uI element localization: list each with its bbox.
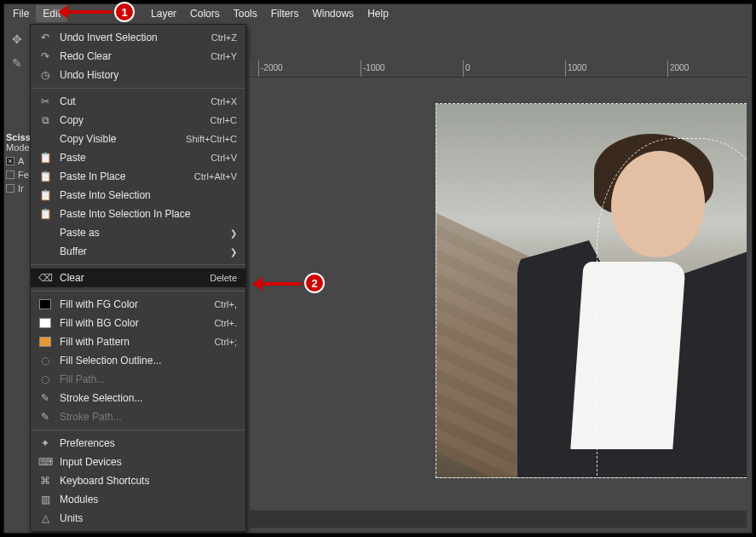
annotation-marker-2: 2 <box>304 273 325 293</box>
canvas[interactable] <box>250 78 747 509</box>
ruler-label: -1000 <box>363 63 385 72</box>
menu-label: Preferences <box>60 437 237 449</box>
outline-icon: ◌ <box>38 372 53 386</box>
menu-item-paste-as[interactable]: Paste as❯ <box>31 223 245 242</box>
menu-item-stroke-path: ✎Stroke Path... <box>31 407 245 426</box>
history-icon: ◷ <box>38 68 53 82</box>
ruler-label: -2000 <box>261 63 283 72</box>
menu-item-paste-into-selection-in-place[interactable]: 📋Paste Into Selection In Place <box>31 205 245 223</box>
menu-label: Paste as <box>60 227 230 239</box>
menu-label: Fill with FG Color <box>60 298 214 310</box>
edit-dropdown: ↶Undo Invert SelectionCtrl+Z↷Redo ClearC… <box>30 24 246 532</box>
menu-item-copy[interactable]: ⧉CopyCtrl+C <box>31 111 245 130</box>
paste-icon: 📋 <box>38 207 53 221</box>
menu-label: Clear <box>60 272 210 284</box>
menu-label: Input Devices <box>60 456 237 468</box>
menu-item-fill-with-pattern[interactable]: Fill with PatternCtrl+; <box>31 332 245 351</box>
image[interactable] <box>436 103 747 478</box>
menu-label: Fill with Pattern <box>60 336 214 348</box>
statusbar <box>250 511 747 528</box>
menu-shortcut: Ctrl+, <box>214 299 237 309</box>
menu-colors[interactable]: Colors <box>183 5 227 22</box>
menu-shortcut: Shift+Ctrl+C <box>186 134 237 144</box>
paste-icon: 📋 <box>38 151 53 165</box>
menu-help[interactable]: Help <box>361 5 395 22</box>
menu-item-fill-with-bg-color[interactable]: Fill with BG ColorCtrl+. <box>31 314 245 332</box>
menu-item-undo-history[interactable]: ◷Undo History <box>31 66 245 84</box>
menu-shortcut: Ctrl+X <box>211 96 237 107</box>
ruler-tick <box>361 61 361 78</box>
menu-label: Stroke Path... <box>60 411 237 423</box>
menu-item-undo-invert-selection[interactable]: ↶Undo Invert SelectionCtrl+Z <box>31 28 245 47</box>
menu-label: Redo Clear <box>60 50 211 62</box>
opt-fe: Fe <box>18 170 29 180</box>
menu-label: Fill Path... <box>60 373 237 385</box>
annotation-marker-1: 1 <box>114 2 135 22</box>
menu-label: Fill with BG Color <box>60 317 214 329</box>
menu-layer[interactable]: Layer <box>144 5 183 22</box>
units-icon: △ <box>38 511 53 525</box>
menu-shortcut: Ctrl+. <box>214 318 237 328</box>
chevron-right-icon: ❯ <box>230 228 237 238</box>
menu-label: Fill Selection Outline... <box>60 355 237 367</box>
menu-tools[interactable]: Tools <box>227 5 264 22</box>
menu-item-preferences[interactable]: ✦Preferences <box>31 434 245 453</box>
menu-label: Paste Into Selection <box>60 189 237 201</box>
menu-label: Paste In Place <box>60 170 194 182</box>
close-icon[interactable]: × <box>6 157 14 165</box>
menu-item-paste-into-selection[interactable]: 📋Paste Into Selection <box>31 186 245 205</box>
blank-icon <box>38 226 53 240</box>
menu-label: Undo Invert Selection <box>60 32 211 43</box>
menu-item-fill-with-fg-color[interactable]: Fill with FG ColorCtrl+, <box>31 295 245 314</box>
menu-item-copy-visible[interactable]: Copy VisibleShift+Ctrl+C <box>31 130 245 148</box>
keys-icon: ⌘ <box>38 474 53 488</box>
opt-ir: Ir <box>18 183 24 193</box>
input-icon: ⌨ <box>38 455 53 469</box>
undo-icon: ↶ <box>38 31 53 44</box>
panel-title: Sciss <box>6 132 30 142</box>
blank-icon <box>38 132 53 146</box>
menu-item-redo-clear[interactable]: ↷Redo ClearCtrl+Y <box>31 47 245 66</box>
menu-shortcut: Ctrl+V <box>211 153 237 163</box>
menu-label: Stroke Selection... <box>60 392 237 404</box>
menu-item-units[interactable]: △Units <box>31 509 245 528</box>
annotation-arrow-1 <box>60 10 113 14</box>
menu-shortcut: Ctrl+Alt+V <box>194 171 237 182</box>
menu-item-keyboard-shortcuts[interactable]: ⌘Keyboard Shortcuts <box>31 471 245 490</box>
menu-item-paste[interactable]: 📋PasteCtrl+V <box>31 148 245 167</box>
sw-black-icon <box>38 297 53 311</box>
cut-icon: ✂ <box>38 95 53 108</box>
copy-icon: ⧉ <box>38 113 53 127</box>
ruler-tick <box>463 61 464 78</box>
menu-label: Buffer <box>60 245 230 257</box>
menu-item-input-devices[interactable]: ⌨Input Devices <box>31 453 245 471</box>
chevron-right-icon: ❯ <box>230 247 237 257</box>
menu-filters[interactable]: Filters <box>264 5 306 22</box>
move-tool-icon[interactable]: ✥ <box>6 28 28 50</box>
menu-item-buffer[interactable]: Buffer❯ <box>31 242 245 261</box>
toolbox: ✥ ✎ <box>4 26 30 76</box>
mods-icon: ▥ <box>38 493 53 506</box>
menu-item-paste-in-place[interactable]: 📋Paste In PlaceCtrl+Alt+V <box>31 167 245 186</box>
mode-label: Mode <box>6 142 30 153</box>
sw-pat-icon <box>38 335 53 349</box>
menu-item-modules[interactable]: ▥Modules <box>31 490 245 509</box>
checkbox-icon[interactable] <box>6 170 14 179</box>
menu-shortcut: Ctrl+Z <box>211 32 237 43</box>
menu-item-clear[interactable]: ⌫ClearDelete <box>31 268 245 287</box>
sw-white-icon <box>38 316 53 330</box>
menu-item-stroke-selection[interactable]: ✎Stroke Selection... <box>31 389 245 407</box>
menu-label: Copy Visible <box>60 133 186 145</box>
menu-shortcut: Ctrl+Y <box>211 51 237 61</box>
ruler-tick <box>667 61 668 78</box>
menu-label: Paste <box>60 152 211 164</box>
menu-label: Modules <box>60 494 237 505</box>
ruler-horizontal: -2000-10000100020003000 <box>250 61 747 78</box>
menu-item-cut[interactable]: ✂CutCtrl+X <box>31 92 245 111</box>
menu-windows[interactable]: Windows <box>305 5 361 22</box>
menu-file[interactable]: File <box>6 5 36 22</box>
ruler-tick <box>258 61 259 78</box>
checkbox-icon[interactable] <box>6 184 14 193</box>
brush-tool-icon[interactable]: ✎ <box>6 52 28 74</box>
menu-item-fill-selection-outline[interactable]: ◌Fill Selection Outline... <box>31 351 245 370</box>
